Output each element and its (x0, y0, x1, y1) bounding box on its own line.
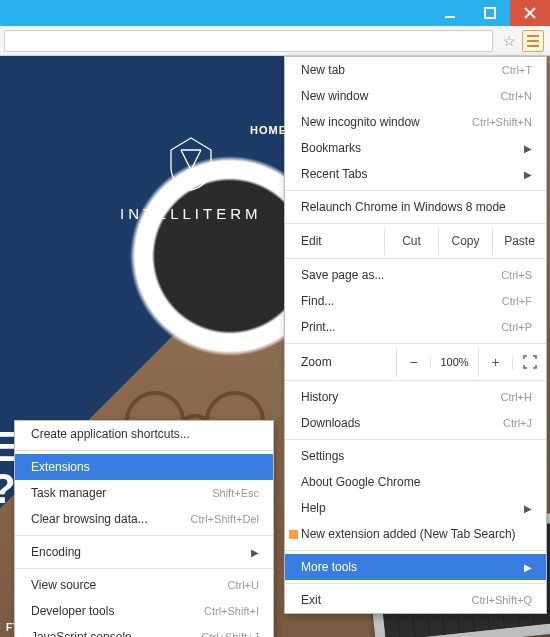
submenu-extensions[interactable]: Extensions (15, 454, 273, 480)
site-logo: INTELLITERM (120, 136, 262, 222)
fullscreen-button[interactable] (512, 355, 546, 369)
menu-downloads[interactable]: DownloadsCtrl+J (285, 410, 546, 436)
browser-toolbar: ☆ (0, 26, 550, 56)
submenu-developer-tools[interactable]: Developer toolsCtrl+Shift+I (15, 598, 273, 624)
chrome-main-menu: New tabCtrl+T New windowCtrl+N New incog… (284, 56, 547, 614)
menu-settings[interactable]: Settings (285, 443, 546, 469)
menu-relaunch-win8[interactable]: Relaunch Chrome in Windows 8 mode (285, 194, 546, 220)
menu-find[interactable]: Find...Ctrl+F (285, 288, 546, 314)
cut-button[interactable]: Cut (384, 227, 438, 255)
menu-exit[interactable]: ExitCtrl+Shift+Q (285, 587, 546, 613)
chevron-right-icon: ▶ (524, 562, 532, 573)
menu-more-tools[interactable]: More tools▶ (285, 554, 546, 580)
menu-incognito[interactable]: New incognito windowCtrl+Shift+N (285, 109, 546, 135)
address-bar[interactable] (4, 30, 493, 52)
menu-zoom-row: Zoom − 100% + (285, 347, 546, 377)
zoom-value: 100% (430, 356, 478, 368)
maximize-button[interactable] (470, 0, 510, 26)
menu-history[interactable]: HistoryCtrl+H (285, 384, 546, 410)
menu-new-tab[interactable]: New tabCtrl+T (285, 57, 546, 83)
chevron-right-icon: ▶ (524, 143, 532, 154)
copy-button[interactable]: Copy (438, 227, 492, 255)
menu-edit-row: Edit Cut Copy Paste (285, 227, 546, 255)
edit-label: Edit (285, 227, 384, 255)
submenu-create-shortcuts[interactable]: Create application shortcuts... (15, 421, 273, 447)
submenu-clear-browsing-data[interactable]: Clear browsing data...Ctrl+Shift+Del (15, 506, 273, 532)
zoom-label: Zoom (285, 355, 396, 369)
minimize-button[interactable] (430, 0, 470, 26)
menu-print[interactable]: Print...Ctrl+P (285, 314, 546, 340)
menu-recent-tabs[interactable]: Recent Tabs▶ (285, 161, 546, 187)
window-titlebar (0, 0, 550, 26)
zoom-out-button[interactable]: − (396, 347, 430, 377)
menu-bookmarks[interactable]: Bookmarks▶ (285, 135, 546, 161)
close-button[interactable] (510, 0, 550, 26)
menu-save-page[interactable]: Save page as...Ctrl+S (285, 262, 546, 288)
chevron-right-icon: ▶ (524, 169, 532, 180)
menu-help[interactable]: Help▶ (285, 495, 546, 521)
menu-about[interactable]: About Google Chrome (285, 469, 546, 495)
menu-button[interactable] (522, 30, 544, 52)
paste-button[interactable]: Paste (492, 227, 546, 255)
menu-new-extension-added[interactable]: New extension added (New Tab Search) (285, 521, 546, 547)
nav-home[interactable]: HOME (250, 124, 287, 136)
menu-new-window[interactable]: New windowCtrl+N (285, 83, 546, 109)
bookmark-star-icon[interactable]: ☆ (503, 33, 516, 49)
submenu-view-source[interactable]: View sourceCtrl+U (15, 572, 273, 598)
chevron-right-icon: ▶ (251, 547, 259, 558)
zoom-in-button[interactable]: + (478, 347, 512, 377)
submenu-javascript-console[interactable]: JavaScript consoleCtrl+Shift+J (15, 624, 273, 637)
submenu-encoding[interactable]: Encoding▶ (15, 539, 273, 565)
svg-rect-0 (485, 8, 495, 18)
submenu-task-manager[interactable]: Task managerShift+Esc (15, 480, 273, 506)
chevron-right-icon: ▶ (524, 503, 532, 514)
more-tools-submenu: Create application shortcuts... Extensio… (14, 420, 274, 637)
